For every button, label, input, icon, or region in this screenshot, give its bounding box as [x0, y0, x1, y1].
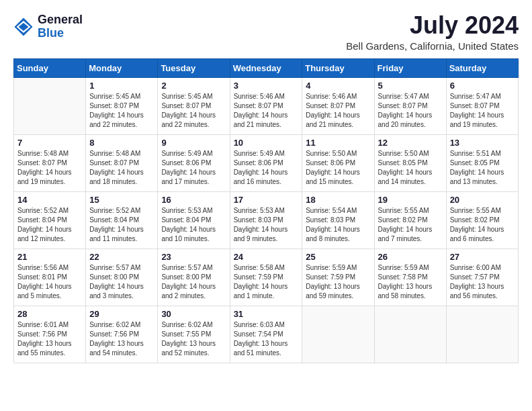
- day-info: Sunrise: 6:02 AMSunset: 7:56 PMDaylight:…: [89, 320, 154, 358]
- calendar-cell: 19Sunrise: 5:55 AMSunset: 8:02 PMDayligh…: [374, 192, 446, 249]
- calendar-header-row: SundayMondayTuesdayWednesdayThursdayFrid…: [14, 59, 519, 78]
- day-number: 20: [450, 195, 515, 205]
- calendar-cell: 29Sunrise: 6:02 AMSunset: 7:56 PMDayligh…: [86, 306, 158, 363]
- day-number: 5: [378, 81, 443, 91]
- calendar-cell: 17Sunrise: 5:53 AMSunset: 8:03 PMDayligh…: [230, 192, 302, 249]
- calendar-header-tuesday: Tuesday: [158, 59, 230, 78]
- day-number: 27: [450, 252, 515, 262]
- day-number: 24: [234, 252, 299, 262]
- calendar-cell: 28Sunrise: 6:01 AMSunset: 7:56 PMDayligh…: [14, 306, 86, 363]
- day-number: 16: [161, 195, 226, 205]
- day-info: Sunrise: 5:54 AMSunset: 8:03 PMDaylight:…: [306, 206, 370, 244]
- day-info: Sunrise: 5:50 AMSunset: 8:05 PMDaylight:…: [378, 149, 443, 187]
- calendar-cell: 1Sunrise: 5:45 AMSunset: 8:07 PMDaylight…: [86, 78, 158, 135]
- week-row-5: 28Sunrise: 6:01 AMSunset: 7:56 PMDayligh…: [14, 306, 519, 363]
- week-row-2: 7Sunrise: 5:48 AMSunset: 8:07 PMDaylight…: [14, 135, 519, 192]
- logo-blue: Blue: [38, 27, 83, 40]
- calendar-cell: 22Sunrise: 5:57 AMSunset: 8:00 PMDayligh…: [86, 249, 158, 306]
- week-row-3: 14Sunrise: 5:52 AMSunset: 8:04 PMDayligh…: [14, 192, 519, 249]
- calendar-header-saturday: Saturday: [446, 59, 518, 78]
- day-number: 19: [378, 195, 443, 205]
- day-info: Sunrise: 5:50 AMSunset: 8:06 PMDaylight:…: [306, 149, 370, 187]
- day-number: 2: [161, 81, 226, 91]
- day-info: Sunrise: 5:55 AMSunset: 8:02 PMDaylight:…: [450, 206, 515, 244]
- day-info: Sunrise: 5:57 AMSunset: 8:00 PMDaylight:…: [161, 263, 226, 301]
- title-section: July 2024 Bell Gardens, California, Unit…: [346, 13, 519, 52]
- calendar-cell: [14, 78, 86, 135]
- calendar-cell: 24Sunrise: 5:58 AMSunset: 7:59 PMDayligh…: [230, 249, 302, 306]
- month-title: July 2024: [346, 13, 519, 38]
- day-number: 13: [450, 138, 515, 148]
- calendar-cell: 13Sunrise: 5:51 AMSunset: 8:05 PMDayligh…: [446, 135, 518, 192]
- day-info: Sunrise: 5:57 AMSunset: 8:00 PMDaylight:…: [89, 263, 154, 301]
- calendar-cell: 4Sunrise: 5:46 AMSunset: 8:07 PMDaylight…: [302, 78, 374, 135]
- day-number: 3: [234, 81, 299, 91]
- day-number: 9: [161, 138, 226, 148]
- day-number: 12: [378, 138, 443, 148]
- day-info: Sunrise: 5:46 AMSunset: 8:07 PMDaylight:…: [234, 92, 299, 130]
- calendar-header-monday: Monday: [86, 59, 158, 78]
- calendar-cell: 15Sunrise: 5:52 AMSunset: 8:04 PMDayligh…: [86, 192, 158, 249]
- day-number: 28: [17, 309, 82, 319]
- day-info: Sunrise: 6:03 AMSunset: 7:54 PMDaylight:…: [234, 320, 299, 358]
- calendar-cell: 25Sunrise: 5:59 AMSunset: 7:59 PMDayligh…: [302, 249, 374, 306]
- calendar-header-friday: Friday: [374, 59, 446, 78]
- day-number: 11: [306, 138, 370, 148]
- calendar-cell: [302, 306, 374, 363]
- calendar-cell: 12Sunrise: 5:50 AMSunset: 8:05 PMDayligh…: [374, 135, 446, 192]
- day-info: Sunrise: 5:59 AMSunset: 7:59 PMDaylight:…: [306, 263, 370, 301]
- day-info: Sunrise: 5:47 AMSunset: 8:07 PMDaylight:…: [450, 92, 515, 130]
- calendar-header-thursday: Thursday: [302, 59, 374, 78]
- day-number: 10: [234, 138, 299, 148]
- calendar-cell: 8Sunrise: 5:48 AMSunset: 8:07 PMDaylight…: [86, 135, 158, 192]
- day-info: Sunrise: 5:49 AMSunset: 8:06 PMDaylight:…: [161, 149, 226, 187]
- day-info: Sunrise: 5:46 AMSunset: 8:07 PMDaylight:…: [306, 92, 370, 130]
- calendar-header-sunday: Sunday: [14, 59, 86, 78]
- day-number: 30: [161, 309, 226, 319]
- day-number: 4: [306, 81, 370, 91]
- day-info: Sunrise: 5:55 AMSunset: 8:02 PMDaylight:…: [378, 206, 443, 244]
- day-number: 14: [17, 195, 82, 205]
- calendar-header-wednesday: Wednesday: [230, 59, 302, 78]
- day-number: 31: [234, 309, 299, 319]
- calendar-cell: 10Sunrise: 5:49 AMSunset: 8:06 PMDayligh…: [230, 135, 302, 192]
- day-number: 15: [89, 195, 154, 205]
- calendar-cell: 18Sunrise: 5:54 AMSunset: 8:03 PMDayligh…: [302, 192, 374, 249]
- day-info: Sunrise: 5:51 AMSunset: 8:05 PMDaylight:…: [450, 149, 515, 187]
- day-number: 8: [89, 138, 154, 148]
- day-info: Sunrise: 5:58 AMSunset: 7:59 PMDaylight:…: [234, 263, 299, 301]
- calendar-cell: 11Sunrise: 5:50 AMSunset: 8:06 PMDayligh…: [302, 135, 374, 192]
- calendar-cell: 5Sunrise: 5:47 AMSunset: 8:07 PMDaylight…: [374, 78, 446, 135]
- day-number: 23: [161, 252, 226, 262]
- calendar-cell: 7Sunrise: 5:48 AMSunset: 8:07 PMDaylight…: [14, 135, 86, 192]
- day-info: Sunrise: 5:48 AMSunset: 8:07 PMDaylight:…: [89, 149, 154, 187]
- calendar-cell: 9Sunrise: 5:49 AMSunset: 8:06 PMDaylight…: [158, 135, 230, 192]
- logo-text: General Blue: [38, 13, 83, 40]
- day-number: 25: [306, 252, 370, 262]
- logo: General Blue: [13, 13, 83, 40]
- day-number: 6: [450, 81, 515, 91]
- day-info: Sunrise: 5:49 AMSunset: 8:06 PMDaylight:…: [234, 149, 299, 187]
- day-number: 29: [89, 309, 154, 319]
- calendar-cell: 20Sunrise: 5:55 AMSunset: 8:02 PMDayligh…: [446, 192, 518, 249]
- page-header: General Blue July 2024 Bell Gardens, Cal…: [13, 13, 519, 52]
- day-number: 26: [378, 252, 443, 262]
- day-info: Sunrise: 5:45 AMSunset: 8:07 PMDaylight:…: [161, 92, 226, 130]
- day-info: Sunrise: 5:52 AMSunset: 8:04 PMDaylight:…: [89, 206, 154, 244]
- calendar-cell: 3Sunrise: 5:46 AMSunset: 8:07 PMDaylight…: [230, 78, 302, 135]
- calendar-cell: 6Sunrise: 5:47 AMSunset: 8:07 PMDaylight…: [446, 78, 518, 135]
- day-info: Sunrise: 5:56 AMSunset: 8:01 PMDaylight:…: [17, 263, 82, 301]
- location: Bell Gardens, California, United States: [346, 40, 519, 52]
- day-info: Sunrise: 6:02 AMSunset: 7:55 PMDaylight:…: [161, 320, 226, 358]
- day-number: 7: [17, 138, 82, 148]
- day-info: Sunrise: 5:45 AMSunset: 8:07 PMDaylight:…: [89, 92, 154, 130]
- week-row-1: 1Sunrise: 5:45 AMSunset: 8:07 PMDaylight…: [14, 78, 519, 135]
- day-info: Sunrise: 6:01 AMSunset: 7:56 PMDaylight:…: [17, 320, 82, 358]
- day-number: 17: [234, 195, 299, 205]
- week-row-4: 21Sunrise: 5:56 AMSunset: 8:01 PMDayligh…: [14, 249, 519, 306]
- day-number: 1: [89, 81, 154, 91]
- calendar-cell: 26Sunrise: 5:59 AMSunset: 7:58 PMDayligh…: [374, 249, 446, 306]
- day-info: Sunrise: 5:48 AMSunset: 8:07 PMDaylight:…: [17, 149, 82, 187]
- day-info: Sunrise: 5:53 AMSunset: 8:03 PMDaylight:…: [234, 206, 299, 244]
- day-number: 22: [89, 252, 154, 262]
